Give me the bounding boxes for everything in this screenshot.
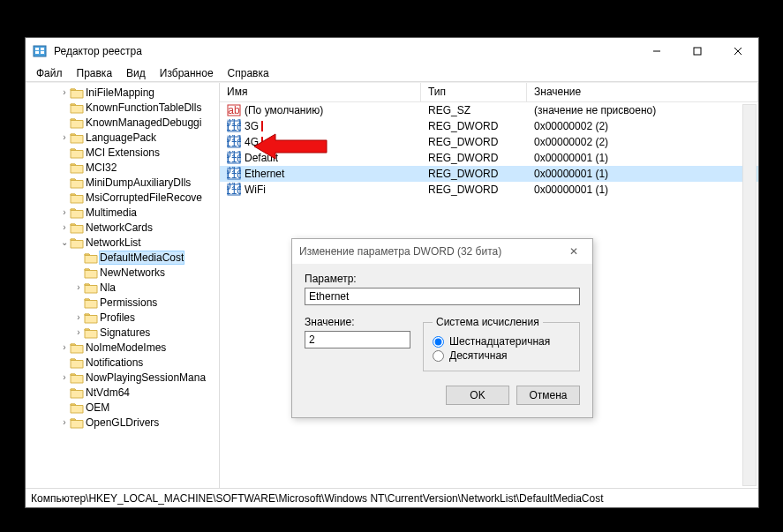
- value-type: REG_DWORD: [421, 120, 527, 132]
- tree-item[interactable]: KnownManagedDebuggi: [26, 115, 219, 130]
- titlebar: Редактор реестра: [26, 38, 758, 64]
- tree-item[interactable]: ›IniFileMapping: [26, 85, 219, 100]
- tree-item[interactable]: ›Profiles: [26, 310, 219, 325]
- chevron-right-icon[interactable]: ›: [59, 222, 70, 232]
- chevron-right-icon[interactable]: ›: [59, 342, 70, 352]
- folder-icon: [70, 416, 84, 429]
- tree-item[interactable]: ›NoImeModeImes: [26, 340, 219, 355]
- radix-hex-label: Шестнадцатеричная: [449, 335, 550, 348]
- tree-item[interactable]: ›NowPlayingSessionMana: [26, 370, 219, 385]
- tree-item[interactable]: ›Signatures: [26, 325, 219, 340]
- folder-icon: [70, 116, 84, 129]
- menu-вид[interactable]: Вид: [119, 65, 153, 81]
- tree-label: Permissions: [100, 296, 157, 309]
- tree-item[interactable]: ›Nla: [26, 280, 219, 295]
- svg-text:110: 110: [227, 153, 241, 165]
- tree-label: DefaultMediaCost: [100, 251, 184, 264]
- minimize-button[interactable]: [636, 38, 677, 64]
- edit-dword-dialog: Изменение параметра DWORD (32 бита) ✕ Па…: [291, 238, 593, 418]
- tree-item[interactable]: ›OpenGLDrivers: [26, 415, 219, 430]
- tree-label: MsiCorruptedFileRecove: [86, 191, 202, 204]
- value-row[interactable]: 011110WiFiREG_DWORD0x00000001 (1): [220, 182, 758, 198]
- tree-item[interactable]: DefaultMediaCost: [26, 250, 219, 265]
- radix-dec-label: Десятичная: [449, 349, 508, 362]
- close-button[interactable]: [718, 38, 758, 64]
- chevron-right-icon[interactable]: ›: [73, 312, 84, 322]
- column-type[interactable]: Тип: [421, 83, 527, 101]
- value-data: 0x00000001 (1): [527, 184, 758, 196]
- radix-hex-radio[interactable]: [433, 336, 444, 348]
- folder-icon: [84, 266, 98, 279]
- chevron-right-icon[interactable]: ›: [59, 372, 70, 382]
- radix-dec-row[interactable]: Десятичная: [433, 349, 570, 362]
- annotation-mark: [261, 137, 263, 147]
- folder-icon: [70, 236, 84, 249]
- tree-item[interactable]: Notifications: [26, 355, 219, 370]
- menu-правка[interactable]: Правка: [70, 65, 120, 81]
- value-row[interactable]: 0111104GREG_DWORD0x00000002 (2): [220, 134, 758, 150]
- tree-item[interactable]: ⌄NetworkList: [26, 235, 219, 250]
- value-data: (значение не присвоено): [527, 104, 758, 116]
- vertical-scrollbar[interactable]: [742, 104, 757, 486]
- tree-item[interactable]: ›NetworkCards: [26, 220, 219, 235]
- tree-item[interactable]: MCI32: [26, 160, 219, 175]
- menu-справка[interactable]: Справка: [221, 65, 276, 81]
- folder-icon: [70, 161, 84, 174]
- tree-view[interactable]: ›IniFileMappingKnownFunctionTableDllsKno…: [26, 83, 220, 488]
- radix-dec-radio[interactable]: [433, 350, 444, 362]
- dword-value-icon: 011110: [227, 183, 241, 197]
- param-input[interactable]: [305, 288, 580, 305]
- dialog-title: Изменение параметра DWORD (32 бита): [299, 245, 501, 258]
- tree-item[interactable]: OEM: [26, 400, 219, 415]
- dialog-titlebar: Изменение параметра DWORD (32 бита) ✕: [292, 239, 592, 264]
- regedit-app-icon: [33, 44, 47, 58]
- svg-rect-4: [41, 51, 44, 54]
- tree-item[interactable]: KnownFunctionTableDlls: [26, 100, 219, 115]
- chevron-right-icon[interactable]: ›: [73, 327, 84, 337]
- string-value-icon: ab: [227, 103, 241, 117]
- folder-icon: [70, 206, 84, 219]
- radix-hex-row[interactable]: Шестнадцатеричная: [433, 335, 570, 348]
- value-row[interactable]: 011110EthernetREG_DWORD0x00000001 (1): [220, 166, 758, 182]
- tree-label: Profiles: [100, 311, 135, 324]
- svg-text:ab: ab: [228, 104, 240, 116]
- folder-icon: [70, 356, 84, 369]
- tree-item[interactable]: NtVdm64: [26, 385, 219, 400]
- menu-файл[interactable]: Файл: [29, 65, 70, 81]
- menu-избранное[interactable]: Избранное: [153, 65, 221, 81]
- folder-icon: [84, 251, 98, 264]
- chevron-right-icon[interactable]: ›: [73, 282, 84, 292]
- maximize-button[interactable]: [677, 38, 718, 64]
- value-row[interactable]: 011110DefaultREG_DWORD0x00000001 (1): [220, 150, 758, 166]
- value-type: REG_DWORD: [421, 168, 527, 180]
- tree-item[interactable]: NewNetworks: [26, 265, 219, 280]
- chevron-right-icon[interactable]: ›: [59, 87, 70, 97]
- column-name[interactable]: Имя: [220, 83, 421, 101]
- value-row[interactable]: 0111103GREG_DWORD0x00000002 (2): [220, 118, 758, 134]
- tree-item[interactable]: MsiCorruptedFileRecove: [26, 190, 219, 205]
- tree-item[interactable]: Permissions: [26, 295, 219, 310]
- tree-item[interactable]: MiniDumpAuxiliaryDlls: [26, 175, 219, 190]
- tree-label: NoImeModeImes: [86, 341, 166, 354]
- ok-button[interactable]: OK: [446, 386, 509, 405]
- chevron-right-icon[interactable]: ›: [59, 207, 70, 217]
- value-input[interactable]: [305, 331, 410, 348]
- chevron-down-icon[interactable]: ⌄: [59, 237, 70, 247]
- dialog-close-button[interactable]: ✕: [562, 245, 585, 258]
- value-type: REG_DWORD: [421, 184, 527, 196]
- tree-label: NetworkCards: [86, 221, 153, 234]
- tree-item[interactable]: MCI Extensions: [26, 145, 219, 160]
- annotation-mark: [261, 121, 263, 131]
- tree-item[interactable]: ›Multimedia: [26, 205, 219, 220]
- chevron-right-icon[interactable]: ›: [59, 417, 70, 427]
- tree-item[interactable]: ›LanguagePack: [26, 130, 219, 145]
- chevron-right-icon[interactable]: ›: [59, 132, 70, 142]
- folder-icon: [84, 326, 98, 339]
- value-label: Значение:: [305, 316, 410, 328]
- folder-icon: [70, 146, 84, 159]
- svg-text:110: 110: [227, 121, 241, 133]
- value-type: REG_SZ: [421, 104, 527, 116]
- cancel-button[interactable]: Отмена: [516, 386, 580, 405]
- value-row[interactable]: ab(По умолчанию)REG_SZ(значение не присв…: [220, 102, 758, 118]
- column-value[interactable]: Значение: [527, 83, 758, 101]
